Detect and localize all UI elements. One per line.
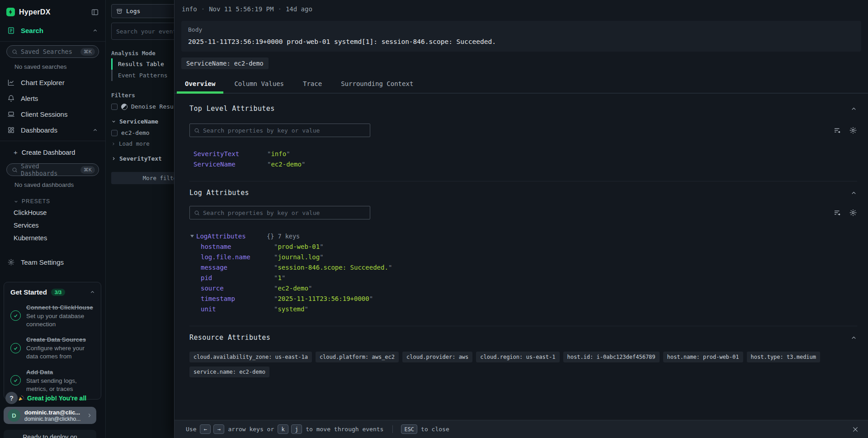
load-more-button[interactable]: Load more (111, 140, 174, 147)
sidebar-item-label: Client Sessions (21, 110, 67, 118)
severity-text: info (182, 5, 197, 13)
attribute-value[interactable]: "ec2-demo" (274, 285, 312, 292)
attribute-key[interactable]: unit (201, 305, 274, 313)
facet-servicename-header[interactable]: ServiceName (111, 118, 174, 125)
events-search-box[interactable] (111, 23, 174, 40)
chevron-up-icon (90, 289, 95, 295)
preset-services[interactable]: Services (0, 219, 105, 232)
attribute-key[interactable]: SeverityText (193, 150, 267, 157)
deploy-banner[interactable]: Ready to deploy on (4, 430, 96, 438)
gear-icon[interactable] (849, 209, 857, 217)
chevron-down-icon (111, 119, 116, 124)
chevron-up-icon[interactable] (850, 105, 857, 112)
filter-lines-icon[interactable] (833, 126, 841, 134)
tab-column-values[interactable]: Column Values (226, 76, 292, 93)
tab-trace[interactable]: Trace (295, 76, 330, 93)
attribute-key[interactable]: ServiceName (193, 161, 267, 168)
get-started-header[interactable]: Get Started 3/3 (10, 288, 95, 296)
tab-overview[interactable]: Overview (177, 76, 223, 93)
attribute-key[interactable]: LogAttributes (196, 233, 267, 240)
attribute-key[interactable]: timestamp (201, 295, 274, 302)
sidebar-item-dashboards[interactable]: Dashboards (0, 122, 105, 138)
user-email: dominic.tran@clickho... (24, 416, 82, 422)
mode-results-table[interactable]: Results Table (111, 58, 174, 70)
resource-attribute-tag[interactable]: host.name: prod-web-01 (663, 352, 743, 362)
resource-attribute-tag[interactable]: cloud.provider: aws (402, 352, 472, 362)
attribute-value[interactable]: "journal.log" (274, 253, 324, 261)
tree-root-row[interactable]: LogAttributes {} 7 keys (189, 231, 857, 241)
sidebar-item-client-sessions[interactable]: Client Sessions (0, 106, 105, 122)
attribute-key[interactable]: message (201, 264, 274, 271)
attribute-tree: LogAttributes {} 7 keys hostname"prod-we… (189, 231, 857, 314)
attribute-key[interactable]: pid (201, 274, 274, 281)
property-search-box[interactable] (189, 124, 370, 137)
attribute-value[interactable]: "prod-web-01" (274, 243, 324, 250)
sidebar-item-search[interactable]: Search (0, 23, 105, 38)
sidebar-item-chart-explorer[interactable]: Chart Explorer (0, 75, 105, 90)
dot-separator: · (201, 5, 205, 13)
resource-attribute-tag[interactable]: service.name: ec2-demo (189, 367, 269, 377)
attribute-value[interactable]: "systemd" (274, 305, 308, 313)
checkbox[interactable] (111, 104, 118, 110)
section-resource-attributes: Resource Attributes cloud.availability_z… (175, 333, 868, 377)
resource-attribute-tag[interactable]: cloud.availability_zone: us-east-1a (189, 352, 312, 362)
create-dashboard-button[interactable]: + Create Dashboard (0, 144, 105, 160)
progress-badge: 3/3 (51, 289, 65, 296)
service-name-tag[interactable]: ServiceName: ec2-demo (181, 57, 269, 69)
filter-lines-icon[interactable] (833, 209, 841, 217)
property-search-input[interactable] (203, 127, 366, 134)
attribute-value[interactable]: "info" (267, 150, 290, 157)
section-title: Resource Attributes (189, 333, 270, 342)
source-label: Logs (126, 8, 140, 14)
attribute-key[interactable]: hostname (201, 243, 274, 250)
facet-option-ec2-demo[interactable]: ec2-demo (111, 129, 174, 136)
section-log-attributes: Log Attributes (175, 189, 868, 326)
chevron-up-icon[interactable] (850, 334, 857, 341)
step-title: Add Data (26, 369, 53, 376)
attribute-value[interactable]: "2025-11-11T23:56:19+0000" (274, 295, 373, 302)
saved-searches-placeholder: Saved Searches (21, 48, 77, 55)
attribute-key[interactable]: source (201, 285, 274, 292)
body-card: Body 2025-11-11T23:56:19+0000 prod-web-0… (181, 21, 861, 52)
facet-severitytext-header[interactable]: SeverityText (111, 155, 174, 162)
resource-attribute-tag[interactable]: host.type: t3.medium (747, 352, 821, 362)
user-menu[interactable]: D dominic.tran@clic... dominic.tran@clic… (4, 407, 96, 424)
chart-icon (7, 79, 15, 86)
gear-icon[interactable] (849, 126, 857, 134)
checkbox[interactable] (111, 130, 118, 136)
attribute-key[interactable]: log.file.name (201, 253, 274, 261)
keys-count-meta: {} 7 keys (267, 233, 300, 240)
source-selector-button[interactable]: Logs (111, 4, 174, 18)
events-search-input[interactable] (116, 28, 174, 35)
search-icon (12, 49, 18, 55)
preset-clickhouse[interactable]: ClickHouse (0, 206, 105, 219)
property-search-input[interactable] (203, 209, 366, 216)
sidebar-item-team-settings[interactable]: Team Settings (0, 254, 105, 270)
denoise-results-option[interactable]: Denoise Results (111, 103, 174, 110)
attribute-rows: SeverityText"info"ServiceName"ec2-demo" (189, 148, 857, 169)
event-header: info · Nov 11 5:56:19 PM · 14d ago (175, 0, 868, 18)
saved-searches-input[interactable]: Saved Searches ⌘K (6, 45, 99, 58)
sidebar-item-alerts[interactable]: Alerts (0, 90, 105, 106)
help-button[interactable]: ? (5, 392, 18, 404)
tab-surrounding-context[interactable]: Surrounding Context (333, 76, 421, 93)
resource-attribute-tag[interactable]: cloud.platform: aws_ec2 (316, 352, 399, 362)
property-search-box[interactable] (189, 206, 370, 219)
attribute-value[interactable]: "1" (274, 274, 285, 281)
analysis-mode-label: Analysis Mode (111, 50, 174, 57)
attribute-value[interactable]: "session-846.scope: Succeeded." (274, 264, 392, 271)
collapse-triangle-icon[interactable] (190, 235, 194, 238)
more-filters-button[interactable]: More filters (111, 172, 174, 184)
attribute-value[interactable]: "ec2-demo" (267, 161, 305, 168)
saved-dashboards-input[interactable]: Saved Dashboards ⌘K (6, 163, 99, 176)
panel-footer: Use ← → arrow keys or k j to move throug… (175, 420, 868, 438)
chevron-up-icon[interactable] (850, 190, 857, 196)
create-dashboard-label: Create Dashboard (22, 149, 75, 156)
presets-toggle[interactable]: PRESETS (0, 193, 105, 206)
resource-attribute-tag[interactable]: cloud.region: us-east-1 (476, 352, 559, 362)
collapse-sidebar-icon[interactable] (91, 8, 99, 16)
resource-attribute-tag[interactable]: host.id: i-0abc123def456789 (563, 352, 660, 362)
preset-kubernetes[interactable]: Kubernetes (0, 232, 105, 244)
mode-event-patterns[interactable]: Event Patterns (111, 70, 174, 81)
close-icon[interactable] (852, 426, 859, 433)
